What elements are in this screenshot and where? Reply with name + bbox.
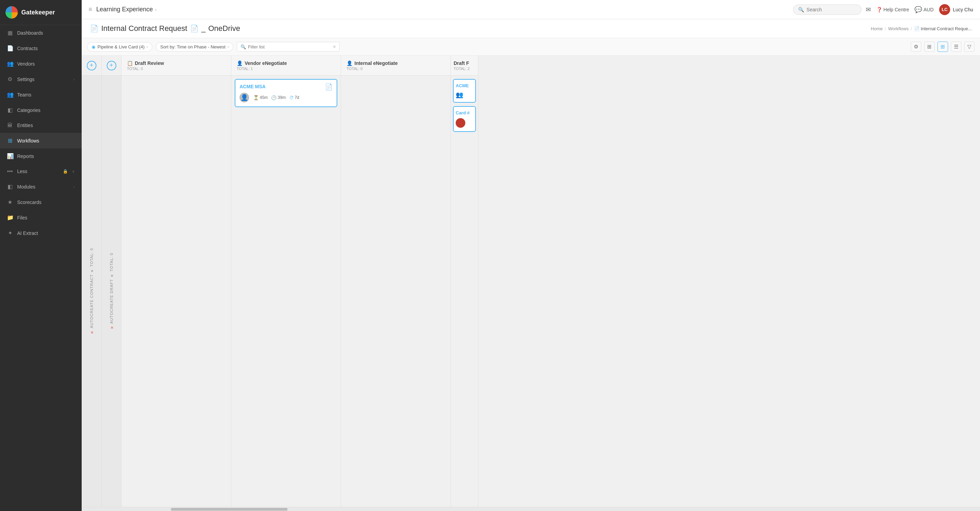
sidebar-item-dashboards[interactable]: ▦ Dashboards [0, 25, 82, 40]
sidebar-item-modules[interactable]: ◧ Modules › [0, 179, 82, 194]
sidebar-item-vendors[interactable]: 👥 Vendors [0, 56, 82, 72]
main-content: ≡ Learning Experience › 🔍 ✉ ❓ Help Centr… [82, 0, 980, 511]
lane-col-2-body: ✕ AUTOCREATE DRAFT ✕ TOTAL: 0 [109, 75, 114, 507]
mail-icon[interactable]: ✉ [866, 6, 871, 13]
partial-card-avatar [456, 118, 465, 128]
card-meta-val1: 45m [260, 95, 268, 100]
columns-view-button[interactable]: ⊞ [924, 42, 935, 52]
kanban-board: + ✕ AUTOCREATE CONTRACT ✕ TOTAL: 0 + ✕ [82, 56, 980, 507]
internal-icon: 👤 [347, 61, 352, 66]
breadcrumb-current: 📄 Internal Contract Reque... [914, 26, 972, 31]
search-input[interactable] [807, 7, 851, 12]
card-header: 📄 ACME MSA [240, 84, 332, 89]
sidebar-item-files[interactable]: 📁 Files [0, 210, 82, 225]
page-title-sep: _ [201, 24, 205, 33]
add-lane-1-button[interactable]: + [87, 61, 96, 70]
partial-card-acme[interactable]: ACME 👥 [453, 79, 476, 103]
user-menu[interactable]: LC Lucy Chu [939, 4, 973, 15]
breadcrumb-sep1: / [885, 26, 886, 31]
currency-label: AUD [923, 7, 934, 12]
username: Lucy Chu [953, 7, 973, 12]
chevron-right-icon: › [73, 185, 75, 189]
breadcrumb-icon: 📄 [914, 26, 920, 31]
page-title-suffix: OneDrive [208, 24, 240, 33]
categories-icon: ◧ [7, 107, 13, 113]
sidebar-item-categories[interactable]: ◧ Categories [0, 102, 82, 118]
card-meta-val2: 39m [278, 95, 285, 100]
lane-col-1: + ✕ AUTOCREATE CONTRACT ✕ TOTAL: 0 [82, 56, 102, 507]
sidebar-item-contracts[interactable]: 📄 Contracts [0, 40, 82, 56]
grid-view-button[interactable]: ⊞ [937, 42, 948, 52]
sort-filter[interactable]: Sort by: Time on Phase - Newest › [156, 42, 233, 51]
filter-clear-button[interactable]: × [333, 44, 336, 50]
horizontal-scrollbar[interactable] [82, 507, 980, 511]
pipeline-chevron: › [146, 45, 148, 49]
partial-card-card[interactable]: Card # [453, 106, 476, 132]
filter-search-box[interactable]: 🔍 × [237, 42, 340, 51]
sort-chevron: › [228, 45, 229, 49]
card-meta-time3: ⏱ 7d [289, 95, 299, 100]
teams-icon: 👥 [7, 91, 13, 98]
filter-view-button[interactable]: ▽ [964, 42, 975, 52]
sidebar-item-label: Workflows [17, 138, 75, 144]
search-box[interactable]: 🔍 [793, 5, 862, 15]
sidebar-item-reports[interactable]: 📊 Reports [0, 149, 82, 164]
sidebar-item-settings[interactable]: ⚙ Settings › [0, 72, 82, 87]
filter-bar: ◉ Pipeline & Live Card (4) › Sort by: Ti… [82, 38, 980, 56]
list-view-button[interactable]: ☰ [951, 42, 961, 52]
chevron-down-icon: ∨ [72, 169, 75, 174]
col-total-vendor: TOTAL: 1 [237, 67, 253, 71]
menu-icon[interactable]: ≡ [89, 6, 92, 13]
topbar-title: Learning Experience › [96, 6, 789, 13]
sidebar-item-entities[interactable]: 🏛 Entities [0, 118, 82, 133]
sidebar-item-label: AI Extract [17, 230, 75, 236]
less-icon: ••• [7, 168, 13, 174]
sidebar-item-less[interactable]: ••• Less 🔒 ∨ [0, 164, 82, 179]
help-label: Help Centre [884, 7, 909, 12]
kanban-column-draft-final-partial: Draft F TOTAL: 2 ACME 👥 Card # [451, 56, 478, 507]
workflows-icon: ⊞ [7, 137, 13, 144]
sidebar-item-scorecards[interactable]: ★ Scorecards [0, 194, 82, 210]
kanban-col-header-vendor: 👤 Vendor eNegotiate TOTAL: 1 [231, 56, 341, 75]
currency-button[interactable]: 💬 AUD [915, 6, 934, 13]
sort-label: Sort by: Time on Phase - Newest [160, 44, 226, 50]
sidebar-item-label: Modules [17, 184, 69, 190]
pipeline-icon: ◉ [92, 44, 95, 50]
lane-1-x-icon: ✕ [89, 330, 94, 334]
breadcrumb-workflows[interactable]: Workflows [888, 26, 908, 31]
app-name: Gatekeeper [21, 9, 55, 16]
topbar-title-chevron: › [155, 7, 157, 12]
lane-2-x-icon: ✕ [109, 325, 114, 330]
page-doc-icon: 📄 [90, 24, 99, 33]
col-title-draft-review: 📋 Draft Review [127, 61, 164, 66]
ai-icon: ✦ [7, 230, 13, 236]
sidebar-item-label: Teams [17, 92, 75, 97]
kanban-column-vendor-enegotiate: 👤 Vendor eNegotiate TOTAL: 1 📄 ACME MSA … [231, 56, 341, 507]
page-title: 📄 Internal Contract Request 📄 _ OneDrive [90, 24, 240, 33]
lane-col-2-header: + [102, 56, 121, 75]
card-doc-icon: 📄 [325, 83, 332, 91]
chevron-right-icon: › [73, 77, 75, 81]
settings-view-button[interactable]: ⚙ [911, 42, 921, 52]
scorecards-icon: ★ [7, 199, 13, 205]
filter-input[interactable] [248, 44, 331, 50]
kanban-card-acme-msa[interactable]: 📄 ACME MSA 👤 ⏳ 45m 🕐 39m [235, 79, 337, 107]
chat-icon: 💬 [915, 6, 922, 13]
partial-col-title: Draft F [453, 61, 469, 66]
sidebar-item-label: Contracts [17, 46, 75, 51]
draft-review-icon: 📋 [127, 61, 133, 66]
lane-col-2: + ✕ AUTOCREATE DRAFT ✕ TOTAL: 0 [102, 56, 121, 507]
pipeline-filter[interactable]: ◉ Pipeline & Live Card (4) › [87, 42, 152, 51]
breadcrumb-home[interactable]: Home [871, 26, 883, 31]
help-button[interactable]: ❓ Help Centre [877, 7, 909, 12]
sidebar-item-ai-extract[interactable]: ✦ AI Extract [0, 225, 82, 241]
filter-search-icon: 🔍 [240, 44, 246, 50]
entities-icon: 🏛 [7, 122, 13, 128]
card-meta-val3: 7d [295, 95, 299, 100]
sidebar-logo[interactable]: Gatekeeper [0, 0, 82, 25]
page-title-text: Internal Contract Request [101, 24, 187, 33]
sidebar-item-teams[interactable]: 👥 Teams [0, 87, 82, 102]
sidebar-item-workflows[interactable]: ⊞ Workflows [0, 133, 82, 149]
add-lane-2-button[interactable]: + [107, 61, 116, 70]
breadcrumb: Home / Workflows / 📄 Internal Contract R… [871, 26, 972, 31]
